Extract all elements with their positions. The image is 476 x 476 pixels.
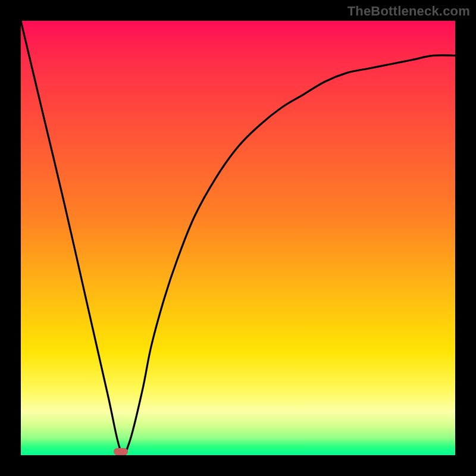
plot-area [21,21,455,455]
watermark-text: TheBottleneck.com [347,4,470,19]
chart-container: TheBottleneck.com [0,0,476,476]
optimal-point-marker [114,448,128,455]
bottleneck-curve [21,21,455,455]
